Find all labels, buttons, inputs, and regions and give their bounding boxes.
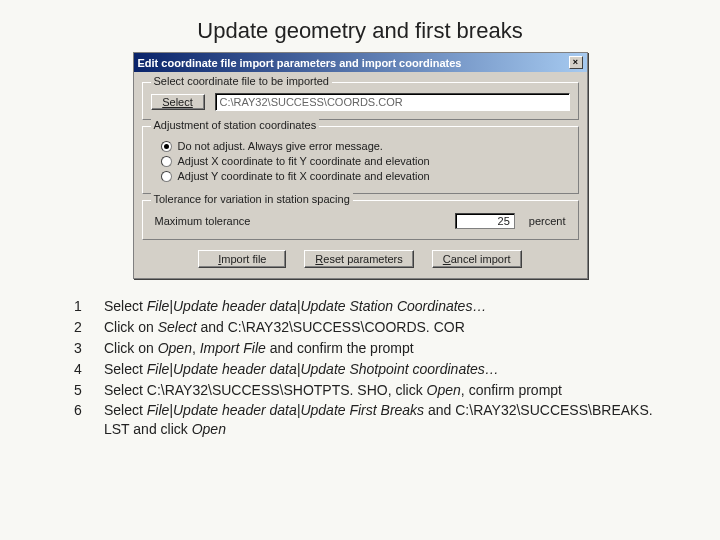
tolerance-unit: percent (529, 215, 566, 227)
dialog-window: Edit coordinate file import parameters a… (133, 52, 588, 279)
slide-title: Update geometry and first breaks (0, 0, 720, 52)
step-number: 3 (74, 339, 94, 358)
group-tolerance: Tolerance for variation in station spaci… (142, 200, 579, 240)
step-number: 6 (74, 401, 94, 439)
radio-adjust-x[interactable]: Adjust X coordinate to fit Y coordinate … (161, 155, 570, 167)
select-button[interactable]: Select (151, 94, 205, 110)
radio-label: Adjust Y coordinate to fit X coordinate … (178, 170, 430, 182)
step-number: 2 (74, 318, 94, 337)
step-text: Select File|Update header data|Update Sh… (104, 360, 656, 379)
tolerance-input[interactable]: 25 (455, 213, 515, 229)
tolerance-label: Maximum tolerance (155, 215, 251, 227)
instruction-list: 1 Select File|Update header data|Update … (74, 297, 656, 439)
titlebar: Edit coordinate file import parameters a… (134, 53, 587, 72)
step-text: Select File|Update header data|Update Fi… (104, 401, 656, 439)
group-adjustment: Adjustment of station coordinates Do not… (142, 126, 579, 194)
step-number: 1 (74, 297, 94, 316)
group-select-file: Select coordinate file to be imported Se… (142, 82, 579, 120)
import-file-button[interactable]: Import file (198, 250, 286, 268)
step-text: Click on Select and C:\RAY32\SUCCESS\COO… (104, 318, 656, 337)
radio-adjust-y[interactable]: Adjust Y coordinate to fit X coordinate … (161, 170, 570, 182)
radio-icon (161, 141, 172, 152)
radio-icon (161, 156, 172, 167)
file-path-field[interactable]: C:\RAY32\SUCCESS\COORDS.COR (215, 93, 570, 111)
dialog-button-row: Import file Reset parameters Cancel impo… (142, 246, 579, 268)
step-text: Select File|Update header data|Update St… (104, 297, 656, 316)
step-number: 4 (74, 360, 94, 379)
titlebar-text: Edit coordinate file import parameters a… (138, 57, 567, 69)
radio-label: Do not adjust. Always give error message… (178, 140, 383, 152)
group-label: Adjustment of station coordinates (151, 119, 320, 131)
radio-icon (161, 171, 172, 182)
step-text: Select C:\RAY32\SUCCESS\SHOTPTS. SHO, cl… (104, 381, 656, 400)
radio-label: Adjust X coordinate to fit Y coordinate … (178, 155, 430, 167)
close-icon[interactable]: × (569, 56, 583, 69)
group-label: Select coordinate file to be imported (151, 75, 333, 87)
group-label: Tolerance for variation in station spaci… (151, 193, 353, 205)
step-number: 5 (74, 381, 94, 400)
cancel-import-button[interactable]: Cancel import (432, 250, 522, 268)
step-text: Click on Open, Import File and confirm t… (104, 339, 656, 358)
dialog-body: Select coordinate file to be imported Se… (134, 72, 587, 278)
radio-no-adjust[interactable]: Do not adjust. Always give error message… (161, 140, 570, 152)
reset-parameters-button[interactable]: Reset parameters (304, 250, 413, 268)
